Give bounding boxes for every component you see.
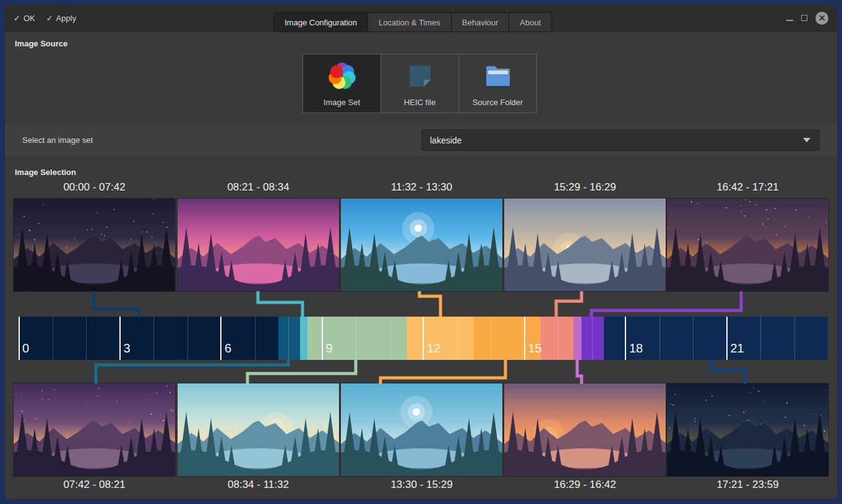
image-set-dropdown-value: lakeside (430, 135, 803, 145)
bottom-thumbnail-5[interactable] (667, 383, 828, 476)
top-thumbnail-2[interactable] (178, 199, 339, 291)
top-thumbnail-5[interactable] (667, 199, 828, 291)
top-thumbnail-3[interactable] (341, 199, 502, 291)
timeline-hour-line (390, 317, 390, 360)
timeline-hour-line (760, 317, 761, 360)
time-range-label-top-5: 16:42 - 17:21 (667, 181, 828, 194)
timeline-hour-line (794, 317, 795, 360)
source-folder-icon (483, 58, 513, 94)
timeline-hour-line (119, 317, 121, 360)
timeline-hour-line (356, 317, 356, 360)
time-range-label-top-1: 00:00 - 07:42 (14, 181, 175, 194)
top-thumbnail-1[interactable] (14, 199, 175, 291)
bottom-thumbnail-3[interactable] (341, 383, 502, 476)
timeline-hour-line (693, 317, 694, 360)
image-set-flower-icon (327, 58, 357, 94)
timeline-hour-line (53, 317, 53, 360)
desktop-background: ✓OK ✓Apply Image ConfigurationLocation &… (0, 0, 842, 504)
check-icon: ✓ (14, 14, 20, 23)
timeline-segment-16-29-16-42 (574, 317, 582, 360)
timeline-hour-line (423, 317, 424, 360)
source-type-label: Source Folder (473, 98, 523, 107)
time-range-label-top-4: 15:29 - 16:29 (504, 181, 666, 194)
apply-button-label: Apply (56, 14, 77, 23)
time-range-label-bottom-5: 17:21 - 23:59 (667, 479, 828, 491)
check-icon: ✓ (46, 14, 53, 23)
timeline-hour-line (19, 317, 20, 360)
window-controls: ✕ (786, 5, 828, 31)
bottom-thumbnail-1[interactable] (14, 383, 175, 476)
timeline-bar: 036912151821 (19, 317, 828, 360)
timeline-hour-line (457, 317, 458, 360)
image-set-select-row: Select an image set lakeside (5, 124, 837, 156)
timeline-hour-line (220, 317, 221, 360)
maximize-button[interactable] (801, 15, 807, 21)
timeline-segment-08-21-08-34 (300, 317, 307, 360)
image-set-dropdown[interactable]: lakeside (421, 129, 820, 151)
tab-about[interactable]: About (509, 12, 552, 32)
timeline-segment-16-42-17-21 (582, 317, 603, 360)
ok-button[interactable]: ✓OK (14, 14, 35, 23)
timeline-hour-line (558, 317, 559, 360)
timeline-tick-label-0: 0 (22, 341, 29, 356)
top-thumbnail-4[interactable] (504, 199, 666, 291)
timeline-tick-label-6: 6 (225, 341, 231, 356)
timeline-hour-line (153, 317, 154, 360)
timeline-hour-line (592, 317, 593, 360)
timeline-hour-line (255, 317, 256, 360)
bottom-thumbnail-4[interactable] (504, 383, 666, 476)
timeline-segment-15-29-16-29 (541, 317, 574, 360)
source-type-heic-file-button[interactable]: HEIC file (380, 54, 459, 113)
tab-location-times[interactable]: Location & Times (368, 12, 452, 32)
close-button[interactable]: ✕ (815, 12, 828, 25)
time-range-label-bottom-1: 07:42 - 08:21 (14, 479, 175, 491)
timeline-hour-line (659, 317, 660, 360)
timeline-tick-label-21: 21 (731, 341, 744, 356)
time-range-label-top-3: 11:32 - 13:30 (341, 181, 502, 194)
timeline-hour-line (726, 317, 728, 360)
time-range-label-top-2: 08:21 - 08:34 (178, 181, 339, 194)
heic-file-icon (405, 58, 435, 94)
timeline-hour-line (524, 317, 525, 360)
timeline-hour-line (187, 317, 188, 360)
timeline-hour-line (288, 317, 289, 360)
tab-behaviour[interactable]: Behaviour (452, 12, 510, 32)
chevron-down-icon (803, 138, 810, 142)
timeline-tick-label-12: 12 (427, 341, 440, 356)
timeline-hour-line (625, 317, 626, 360)
timeline-hour-line (491, 317, 491, 360)
time-range-label-bottom-4: 16:29 - 16:42 (504, 479, 666, 491)
timeline-tick-label-3: 3 (124, 341, 131, 356)
source-type-source-folder-button[interactable]: Source Folder (458, 54, 537, 113)
timeline-tick-label-15: 15 (528, 341, 542, 356)
timeline-hour-line (322, 317, 323, 360)
timeline-tick-label-9: 9 (326, 341, 333, 356)
source-type-image-set-button[interactable]: Image Set (303, 54, 381, 113)
minimize-button[interactable] (786, 20, 793, 21)
bottom-thumbnail-2[interactable] (178, 383, 339, 476)
header-tabs: Image ConfigurationLocation & TimesBehav… (273, 12, 552, 32)
timeline-segment-07-42-08-21 (278, 317, 300, 360)
image-source-type-group: Image SetHEIC fileSource Folder (303, 54, 537, 113)
timeline-segment-00-00-07-42 (19, 317, 278, 360)
select-image-set-label: Select an image set (22, 124, 93, 156)
image-selection-heading: Image Selection (15, 168, 76, 177)
source-type-label: Image Set (324, 98, 360, 107)
time-range-label-bottom-2: 08:34 - 11:32 (178, 479, 339, 491)
titlebar[interactable]: ✓OK ✓Apply Image ConfigurationLocation &… (5, 5, 837, 32)
apply-button[interactable]: ✓Apply (46, 14, 76, 23)
ok-button-label: OK (24, 14, 35, 23)
time-range-label-bottom-3: 13:30 - 15:29 (341, 479, 502, 491)
tab-image-configuration[interactable]: Image Configuration (273, 12, 368, 32)
timeline-tick-label-18: 18 (629, 341, 643, 356)
source-type-label: HEIC file (404, 98, 436, 107)
timeline-hour-line (86, 317, 87, 360)
image-source-heading: Image Source (15, 39, 67, 48)
